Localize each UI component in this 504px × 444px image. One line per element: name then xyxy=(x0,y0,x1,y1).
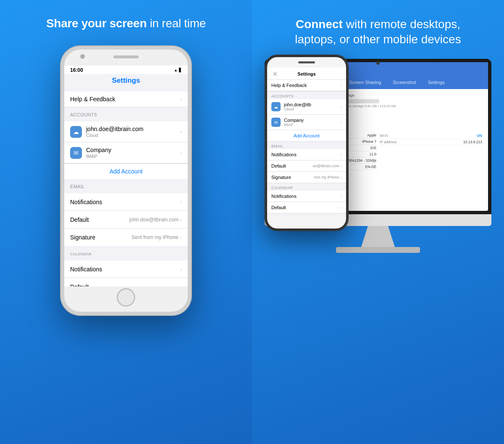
overlay-email-signature[interactable]: Signature rom my iPhone › xyxy=(267,172,346,183)
overlay-calendar-section: Notifications › Default › xyxy=(267,191,346,213)
info-ip: IP address 10.13.9.213 xyxy=(380,139,482,145)
overlay-close-button[interactable]: ✕ xyxy=(271,70,279,78)
overlay-imap-chevron: › xyxy=(341,120,342,125)
email-default-label: Default xyxy=(70,216,129,223)
account-row-cloud[interactable]: ☁ john.doe@itbrain.com Cloud › xyxy=(64,121,188,142)
overlay-email-section: Notifications › Default oe@itbrain.com ›… xyxy=(267,149,346,183)
right-headline: Connect with remote desktops,laptops, or… xyxy=(282,17,473,47)
email-section: Notifications › Default john.doe@itbrain… xyxy=(64,193,188,246)
overlay-email-default-value: oe@itbrain.com xyxy=(312,164,339,168)
overlay-email-header: Email xyxy=(267,142,346,149)
overlay-cal-notif-label: Notifications xyxy=(271,194,341,199)
email-default-chevron: › xyxy=(180,217,182,223)
calendar-default-chevron: › xyxy=(180,284,182,286)
imac-base xyxy=(336,247,420,253)
left-headline-bold: Share your screen xyxy=(46,17,147,30)
info-language-val: EN-DE xyxy=(365,165,376,169)
info-resolution-val: 750x1334 - 326dpi xyxy=(347,158,376,163)
overlay-cal-default-label: Default xyxy=(271,205,341,210)
email-notifications-chevron: › xyxy=(180,199,182,205)
calendar-notifications-row[interactable]: Notifications › xyxy=(64,260,188,278)
overlay-account-cloud[interactable]: ☁ john.doe@itb Cloud › xyxy=(267,99,346,115)
overlay-screen: ✕ Settings Help & Feedback › Accounts xyxy=(267,68,346,216)
email-default-row[interactable]: Default john.doe@itbrain.com › xyxy=(64,211,188,229)
iphone-home-button[interactable] xyxy=(117,288,135,307)
left-headline-normal: in real time xyxy=(147,17,206,30)
help-feedback-chevron: › xyxy=(180,96,182,102)
overlay-accounts-header: Accounts xyxy=(267,92,346,99)
info-ip-key: IP address xyxy=(380,140,396,144)
overlay-cal-notif-chevron: › xyxy=(341,194,342,199)
overlay-help-row[interactable]: Help & Feedback › xyxy=(267,80,346,91)
iphone-speaker xyxy=(113,55,139,58)
account-imap-sub: IMAP xyxy=(86,154,180,159)
calendar-default-label: Default xyxy=(70,284,180,286)
imac-stand xyxy=(361,226,395,247)
overlay-email-icon: ✉ xyxy=(271,118,281,127)
overlay-email-default[interactable]: Default oe@itbrain.com › xyxy=(267,160,346,172)
overlay-help-section: Help & Feedback › xyxy=(267,80,346,92)
tab-screenshot[interactable]: Screenshot xyxy=(387,77,422,87)
overlay-add-account-button[interactable]: Add Account xyxy=(267,130,346,142)
email-signature-chevron: › xyxy=(180,234,182,240)
overlay-accounts-list: ☁ john.doe@itb Cloud › ✉ Company IMAP xyxy=(267,99,346,142)
email-notifications-row[interactable]: Notifications › xyxy=(64,193,188,211)
email-section-header: Email xyxy=(64,182,188,190)
add-account-button[interactable]: Add Account xyxy=(64,163,188,179)
calendar-default-row[interactable]: Default › xyxy=(64,278,188,286)
status-time: 16:00 xyxy=(70,67,83,73)
overlay-cloud-sub: Cloud xyxy=(284,107,341,111)
iphone-camera xyxy=(80,54,85,59)
overlay-cloud-icon: ☁ xyxy=(271,102,281,111)
overlay-settings-title: Settings xyxy=(297,71,315,76)
info-ip-val: 10.13.9.213 xyxy=(463,140,482,144)
calendar-section-header: Calendar xyxy=(64,250,188,257)
info-os-val: iOS xyxy=(370,146,376,150)
iphone-mockup: 16:00 ▲ ▋ Settings Help & Feedback › xyxy=(61,46,191,315)
settings-title: Settings xyxy=(64,74,188,88)
overlay-email-notif-chevron: › xyxy=(341,152,342,157)
device-info-right: Wi-Fi ON IP address 10.13.9.213 xyxy=(380,126,482,170)
email-signature-value: Sent from my iPhone xyxy=(131,234,178,240)
cloud-icon: ☁ xyxy=(70,126,82,138)
left-headline: Share your screen in real time xyxy=(46,17,206,30)
account-imap-content: Company IMAP xyxy=(86,147,180,159)
overlay-email-default-label: Default xyxy=(271,163,312,168)
help-feedback-row[interactable]: Help & Feedback › xyxy=(64,92,188,107)
overlay-email-notif-label: Notifications xyxy=(271,152,341,157)
overlay-cal-default-chevron: › xyxy=(341,205,342,210)
overlay-speaker xyxy=(298,61,315,63)
overlay-email-sig-label: Signature xyxy=(271,175,314,180)
iphone-overlay: ✕ Settings Help & Feedback › Accounts xyxy=(265,55,349,231)
overlay-email-sig-value: rom my iPhone xyxy=(314,175,339,179)
email-icon: ✉ xyxy=(70,147,82,159)
email-signature-label: Signature xyxy=(70,234,131,241)
overlay-calendar-default[interactable]: Default › xyxy=(267,202,346,213)
right-headline-bold: Connect xyxy=(296,18,343,31)
overlay-imap-content: Company IMAP xyxy=(284,118,341,127)
calendar-section: Notifications › Default › xyxy=(64,260,188,286)
tab-settings[interactable]: Settings xyxy=(422,77,451,87)
right-panel: Connect with remote desktops,laptops, or… xyxy=(252,0,504,444)
tab-screen-sharing[interactable]: Screen Sharing xyxy=(343,77,387,87)
email-signature-row[interactable]: Signature Sent from my iPhone › xyxy=(64,229,188,246)
storage-metric: Storage Device storage 5.81 GB / 119.20 … xyxy=(341,93,396,122)
account-imap-name: Company xyxy=(86,147,180,153)
status-icons: ▲ ▋ xyxy=(174,68,182,72)
account-row-imap[interactable]: ✉ Company IMAP › xyxy=(64,142,188,163)
overlay-help-chevron: › xyxy=(341,83,342,88)
overlay-calendar-header: Calendar xyxy=(267,183,346,191)
battery-icon: ▋ xyxy=(179,68,182,72)
overlay-account-imap[interactable]: ✉ Company IMAP › xyxy=(267,115,346,130)
wifi-icon: ▲ xyxy=(174,68,178,72)
iphone-screen: 16:00 ▲ ▋ Settings Help & Feedback › xyxy=(64,66,188,286)
imac-camera xyxy=(376,61,380,65)
help-feedback-section: Help & Feedback › xyxy=(64,92,188,107)
overlay-cloud-name: john.doe@itb xyxy=(284,102,341,107)
overlay-email-notifications[interactable]: Notifications › xyxy=(267,149,346,160)
account-cloud-name: john.doe@itbrain.com xyxy=(86,126,180,132)
overlay-imap-sub: IMAP xyxy=(284,123,341,127)
overlay-calendar-notifications[interactable]: Notifications › xyxy=(267,191,346,202)
storage-text: Device storage 5.81 GB / 119.20 GB xyxy=(341,104,396,108)
overlay-help-label: Help & Feedback xyxy=(271,83,307,88)
